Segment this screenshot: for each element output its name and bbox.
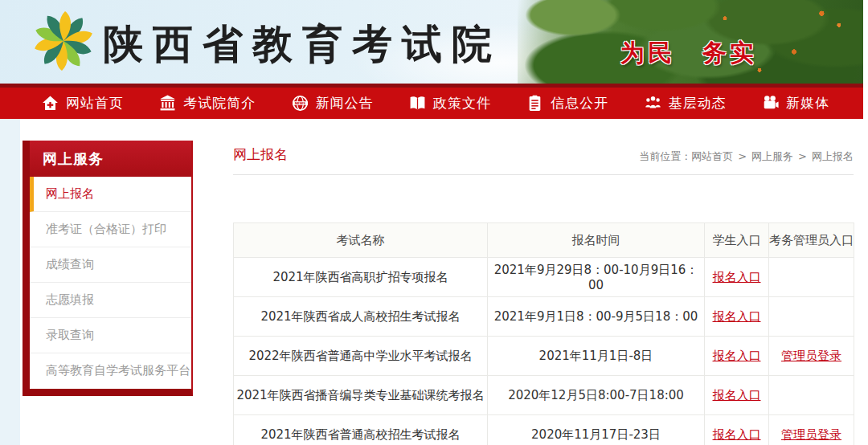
table-header-row: 考试名称报名时间学生入口考务管理员入口 [234,223,854,258]
sidebar-online-services: 网上服务 网上报名准考证（合格证）打印成绩查询志愿填报录取查询高等教育自学考试服… [23,141,193,396]
exam-name-cell: 2021年陕西省成人高校招生考试报名 [234,297,488,337]
sidebar-item-5[interactable]: 高等教育自学考试服务平台 [30,353,191,389]
nav-item-building[interactable]: 考试院简介 [159,94,256,112]
table-row: 2021年陕西省成人高校招生考试报名2021年9月1日8：00-9月5日18：0… [234,297,854,337]
admin-entry-cell [769,258,854,297]
header-leaves-photo: 为民 务实 [518,0,863,84]
site-title: 陕西省教育考试院 [103,18,502,71]
breadcrumb-separator: > [798,150,807,162]
table-row: 2021年陕西省高职扩招专项报名2021年9月29日8：00-10月9日16：0… [234,258,854,297]
nav-item-news-globe[interactable]: NEWS新闻公告 [292,94,374,112]
nav-item-open-book[interactable]: 政策文件 [409,94,491,112]
student-entry-link[interactable]: 报名入口 [713,427,761,442]
nav-item-label: 新闻公告 [316,94,374,112]
student-entry-cell: 报名入口 [705,258,769,297]
admin-entry-cell: 管理员登录 [769,337,854,376]
admin-entry-cell [769,376,854,415]
column-header-1: 报名时间 [488,223,705,258]
video-camera-icon [762,95,779,112]
pinwheel-logo-icon [27,5,100,77]
nav-item-home[interactable]: 网站首页 [42,94,124,112]
nav-item-label: 基层动态 [669,94,727,112]
sidebar-item-0[interactable]: 网上报名 [30,177,191,212]
admin-login-link[interactable]: 管理员登录 [781,349,841,363]
nav-item-people[interactable]: 基层动态 [645,94,727,112]
exam-name-cell: 2021年陕西省普通高校招生考试报名 [234,415,488,445]
main-content: 网上报名 当前位置：网站首页>网上服务>网上报名 考试名称报名时间学生入口考务管… [233,119,854,445]
exam-table: 考试名称报名时间学生入口考务管理员入口 2021年陕西省高职扩招专项报名2021… [233,222,854,445]
registration-time-cell: 2020年11月17日-23日 [488,415,705,445]
admin-login-link[interactable]: 管理员登录 [781,427,841,442]
breadcrumb-item-2: 网上报名 [812,150,854,162]
breadcrumb-item-0[interactable]: 网站首页 [691,150,733,162]
student-entry-link[interactable]: 报名入口 [713,270,761,284]
slogan-text: 为民 务实 [620,37,757,70]
table-row: 2022年陕西省普通高中学业水平考试报名2021年11月1日-8日报名入口管理员… [234,337,854,376]
nav-item-label: 信息公开 [551,94,608,112]
page-title: 网上报名 [233,145,288,164]
column-header-3: 考务管理员入口 [769,223,854,258]
document-icon [526,95,543,112]
sidebar-item-2[interactable]: 成绩查询 [30,247,191,283]
student-entry-link[interactable]: 报名入口 [713,349,761,363]
people-icon [645,95,661,112]
column-header-2: 学生入口 [705,223,769,258]
student-entry-link[interactable]: 报名入口 [713,309,761,324]
nav-item-document[interactable]: 信息公开 [526,94,608,112]
admin-entry-cell: 管理员登录 [769,415,854,445]
column-header-0: 考试名称 [234,223,488,258]
student-entry-cell: 报名入口 [705,415,769,445]
nav-item-video-camera[interactable]: 新媒体 [762,94,829,112]
table-row: 2021年陕西省普通高校招生考试报名2020年11月17日-23日报名入口管理员… [234,415,854,445]
main-nav: 网站首页考试院简介NEWS新闻公告政策文件信息公开基层动态新媒体 [0,84,863,119]
exam-name-cell: 2021年陕西省播音编导类专业基础课统考报名 [234,376,488,415]
sidebar-title: 网上服务 [30,141,191,177]
registration-time-cell: 2021年9月29日8：00-10月9日16：00 [488,258,705,297]
exam-name-cell: 2022年陕西省普通高中学业水平考试报名 [234,337,488,376]
breadcrumb-prefix: 当前位置： [639,150,691,162]
table-row: 2021年陕西省播音编导类专业基础课统考报名2020年12月5日8:00-7日1… [234,376,854,415]
building-icon [159,95,176,112]
breadcrumb-separator: > [738,150,747,162]
site-header: 陕西省教育考试院 为民 务实 [0,0,863,84]
breadcrumb-item-1[interactable]: 网上服务 [751,150,793,162]
nav-item-label: 考试院简介 [183,94,256,112]
student-entry-cell: 报名入口 [705,376,769,415]
home-icon [42,95,59,112]
nav-item-label: 新媒体 [786,94,829,112]
nav-item-label: 政策文件 [433,94,491,112]
nav-item-label: 网站首页 [66,94,124,112]
registration-time-cell: 2021年11月1日-8日 [488,337,705,376]
admin-entry-cell [769,297,854,337]
svg-text:NEWS: NEWS [294,101,305,105]
student-entry-link[interactable]: 报名入口 [713,388,761,402]
student-entry-cell: 报名入口 [705,297,769,337]
news-globe-icon: NEWS [292,95,309,112]
sidebar-menu: 网上报名准考证（合格证）打印成绩查询志愿填报录取查询高等教育自学考试服务平台 [30,177,191,389]
page-right-gutter [863,0,868,445]
sidebar-item-4[interactable]: 录取查询 [30,318,191,353]
sidebar-item-3[interactable]: 志愿填报 [30,283,191,318]
registration-time-cell: 2020年12月5日8:00-7日18:00 [488,376,705,415]
open-book-icon [409,95,426,112]
registration-time-cell: 2021年9月1日8：00-9月5日18：00 [488,297,705,337]
exam-name-cell: 2021年陕西省高职扩招专项报名 [234,258,488,297]
student-entry-cell: 报名入口 [705,337,769,376]
sidebar-item-1[interactable]: 准考证（合格证）打印 [30,212,191,247]
breadcrumb: 当前位置：网站首页>网上服务>网上报名 [639,149,854,164]
title-divider [233,174,854,175]
